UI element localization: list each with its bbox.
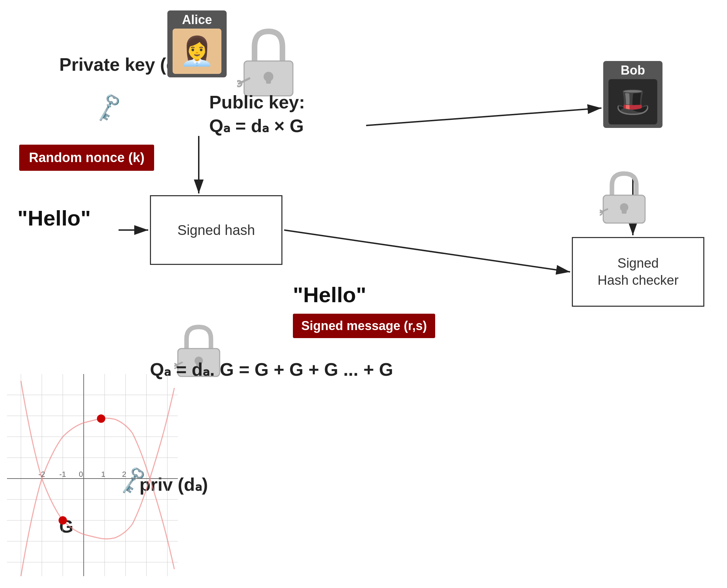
public-key-line2: Qₐ = dₐ × G xyxy=(209,114,305,138)
private-key-text: Private key (d xyxy=(59,54,177,75)
public-key-label: Public key: Qₐ = dₐ × G xyxy=(209,91,305,138)
checker-line1: Signed xyxy=(618,255,659,272)
signed-hash-label: Signed hash xyxy=(177,222,255,238)
nonce-label: Random nonce (k) xyxy=(29,150,144,165)
bob-label: Bob xyxy=(621,63,645,78)
ec-graph: 0 -1 -2 1 2 xyxy=(0,367,181,585)
svg-text:0: 0 xyxy=(79,470,83,479)
padlock-public-key xyxy=(237,28,300,99)
nonce-box: Random nonce (k) xyxy=(19,145,154,171)
svg-text:2: 2 xyxy=(122,470,126,479)
alice-figure: 👩‍💼 xyxy=(173,29,221,74)
alice-card: Alice 👩‍💼 xyxy=(167,10,227,77)
private-key-icon: 🗝️ xyxy=(90,90,126,124)
signed-message-box: Signed message (r,s) xyxy=(293,314,435,338)
svg-point-40 xyxy=(97,414,105,423)
svg-text:-1: -1 xyxy=(59,470,66,479)
bob-card: Bob 🎩 xyxy=(603,61,662,128)
padlock-bob xyxy=(600,171,649,226)
svg-rect-8 xyxy=(266,77,271,84)
diagram-container: Private key (dA) 🗝️ Alice 👩‍💼 Public key… xyxy=(0,0,727,588)
svg-line-4 xyxy=(366,108,601,125)
signed-hash-checker-box: Signed Hash checker xyxy=(572,237,704,307)
hello-left: "Hello" xyxy=(17,206,91,230)
signed-message-label: Signed message (r,s) xyxy=(301,319,427,333)
qa-formula: Qₐ = dₐ. G = G + G + G ... + G xyxy=(150,359,393,380)
checker-line2: Hash checker xyxy=(598,272,679,289)
svg-point-41 xyxy=(59,516,67,525)
hello-bottom: "Hello" xyxy=(293,282,366,307)
svg-text:-2: -2 xyxy=(38,470,45,479)
signed-hash-box: Signed hash xyxy=(150,195,282,265)
bob-figure: 🎩 xyxy=(608,79,657,124)
svg-rect-13 xyxy=(622,207,627,214)
svg-line-3 xyxy=(284,230,570,272)
svg-text:1: 1 xyxy=(101,470,105,479)
public-key-line1: Public key: xyxy=(209,91,305,114)
alice-label: Alice xyxy=(182,13,212,27)
